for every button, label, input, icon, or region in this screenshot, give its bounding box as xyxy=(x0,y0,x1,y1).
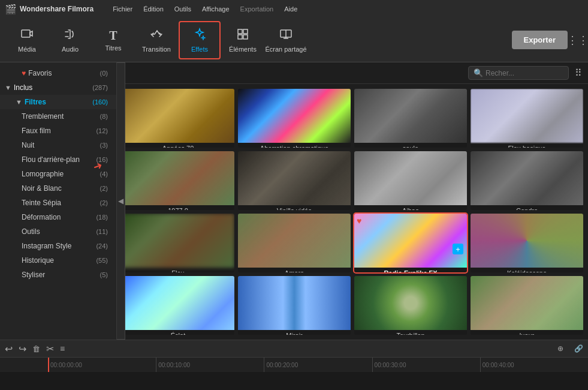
sidebar-item-flou-arriere[interactable]: Flou d'arrière-plan (16) xyxy=(0,152,116,167)
grid-label-vieillevideo: Vieille vidéo xyxy=(238,205,351,210)
sidebar-item-outils[interactable]: Outils (11) xyxy=(0,224,116,239)
sidebar-label-deformation: Déformation xyxy=(22,213,61,221)
sidebar-count-flou-arriere: (16) xyxy=(96,156,108,163)
lock-icon[interactable]: 🔗 xyxy=(574,344,583,353)
toolbar-icon-transition xyxy=(150,28,163,43)
toolbar-label-titres: Titres xyxy=(105,44,121,52)
grid-item-flou[interactable]: Flou xyxy=(122,214,234,272)
grid-label-annees70: Années 70 xyxy=(122,143,234,148)
grid-label-tourbillon: Tourbillon xyxy=(354,330,467,335)
grid-item-eclat[interactable]: Éclat xyxy=(122,276,234,335)
sidebar-item-inclus[interactable]: ▼ Inclus (287) xyxy=(0,80,116,95)
sidebar-collapse-button[interactable]: ◀ xyxy=(117,62,125,340)
menu-item-aide[interactable]: Aide xyxy=(279,4,302,14)
sidebar-count-tremblement: (8) xyxy=(100,113,108,120)
grid-item-lueur[interactable]: lueur xyxy=(471,276,583,335)
grid-item-amaro[interactable]: Amaro xyxy=(238,214,351,272)
sidebar: ♥ Favoris (0) ▼ Inclus (287) ▼ Filtres (… xyxy=(0,62,117,340)
grid-label-eclat: Éclat xyxy=(122,330,234,335)
sidebar-item-styliser[interactable]: Styliser (5) xyxy=(0,268,116,282)
sidebar-label-outils: Outils xyxy=(22,227,40,236)
sidebar-item-filtres[interactable]: ▼ Filtres (160) xyxy=(0,95,116,109)
cut-button[interactable]: ✂ xyxy=(46,343,54,355)
grid-item-cendre[interactable]: Cendre xyxy=(471,151,583,210)
toolbar-btn-ecran[interactable]: Écran partagé xyxy=(265,21,307,59)
thumbnail-1977 xyxy=(122,151,234,205)
svg-rect-4 xyxy=(243,35,248,39)
search-box[interactable]: 🔍 xyxy=(468,66,569,80)
menu-bar: FichierÉditionOutilsAffichageExportation… xyxy=(108,4,302,14)
content-area: 🔍 ⠿ Années 70 Aberration chromatique sau… xyxy=(117,62,588,340)
sidebar-item-favoris[interactable]: ♥ Favoris (0) xyxy=(0,66,116,80)
plus-icon-radio[interactable]: + xyxy=(453,244,463,254)
toolbar-btn-transition[interactable]: Transition xyxy=(135,21,177,59)
menu-item-edition[interactable]: Édition xyxy=(138,4,168,14)
thumbnail-floubasique xyxy=(471,89,583,143)
grid-item-radio[interactable]: ♥+ Radio Explike FX xyxy=(354,214,467,272)
sidebar-count-inclus: (287) xyxy=(92,84,108,91)
grid-label-kaledoscope: Kaléidoscope xyxy=(471,268,583,272)
toolbar-btn-media[interactable]: Média xyxy=(6,21,48,59)
grid-label-1977: 1977.0 xyxy=(122,205,234,210)
grid-item-saule[interactable]: saule xyxy=(354,89,467,148)
grid-item-tourbillon[interactable]: Tourbillon xyxy=(354,276,467,335)
toolbar: Média AudioT Titres Transition Effets Él… xyxy=(0,18,588,62)
sidebar-item-teinte-sepia[interactable]: Teinte Sépia (2) xyxy=(0,196,116,210)
toolbar-btn-elements[interactable]: Éléments xyxy=(222,21,264,59)
redo-button[interactable]: ↪ xyxy=(19,343,26,355)
ruler-mark-3: 00:00:30:00 xyxy=(372,358,480,372)
toolbar-label-elements: Éléments xyxy=(229,46,257,53)
search-input[interactable] xyxy=(486,69,563,77)
sidebar-label-faux-film: Faux film xyxy=(22,127,51,135)
settings-button[interactable]: ≡ xyxy=(60,344,65,353)
grid-item-miroir[interactable]: Miroir xyxy=(238,276,351,335)
menu-item-fichier[interactable]: Fichier xyxy=(108,4,137,14)
export-button[interactable]: Exporter xyxy=(512,31,568,49)
sidebar-item-deformation[interactable]: Déformation (18) xyxy=(0,210,116,224)
timeline-ruler: 00:00:00:00 00:00:10:00 00:00:20:00 00:0… xyxy=(0,358,588,372)
grid-label-saule: saule xyxy=(354,143,467,148)
toolbar-label-effets: Effets xyxy=(191,46,208,53)
sidebar-item-historique[interactable]: Historique (55) xyxy=(0,253,116,268)
sidebar-item-instagram[interactable]: Instagram Style (24) xyxy=(0,239,116,253)
sidebar-label-tremblement: Tremblement xyxy=(22,112,64,121)
grid-item-aberration[interactable]: Aberration chromatique xyxy=(238,89,351,148)
grid-item-vieillevideo[interactable]: Vieille vidéo xyxy=(238,151,351,210)
menu-item-exportation[interactable]: Exportation xyxy=(236,4,279,14)
grid-label-radio: Radio Explike FX xyxy=(354,268,467,272)
sidebar-item-faux-film[interactable]: Faux film (12) xyxy=(0,124,116,138)
thumbnail-annees70 xyxy=(122,89,234,143)
thumbnail-cendre xyxy=(471,151,583,205)
toolbar-btn-audio[interactable]: Audio xyxy=(49,21,91,59)
toolbar-btn-effets[interactable]: Effets xyxy=(179,21,221,59)
menu-item-affichage[interactable]: Affichage xyxy=(197,4,234,14)
sidebar-item-lomographie[interactable]: Lomographie (4) xyxy=(0,167,116,181)
toolbar-label-ecran: Écran partagé xyxy=(265,46,306,53)
grid-item-aibao[interactable]: Aibao xyxy=(354,151,467,210)
grid-item-floubasique[interactable]: Flou basique xyxy=(471,89,583,148)
grid-item-1977[interactable]: 1977.0 xyxy=(122,151,234,210)
grid-item-annees70[interactable]: Années 70 xyxy=(122,89,234,148)
grid-item-kaledoscope[interactable]: Kaléidoscope xyxy=(471,214,583,272)
sidebar-item-nuit[interactable]: Nuit (3) xyxy=(0,138,116,152)
sidebar-item-tremblement[interactable]: Tremblement (8) xyxy=(0,109,116,124)
sidebar-label-historique: Historique xyxy=(22,256,54,265)
grid-view-icon[interactable]: ⠿ xyxy=(575,67,582,79)
menu-item-outils[interactable]: Outils xyxy=(170,4,196,14)
sidebar-label-styliser: Styliser xyxy=(22,271,45,279)
sidebar-label-noir-blanc: Noir & Blanc xyxy=(22,184,62,193)
sidebar-item-noir-blanc[interactable]: Noir & Blanc (2) xyxy=(0,181,116,196)
sidebar-label-nuit: Nuit xyxy=(22,141,34,149)
app-name: Wondershare Filmora xyxy=(20,5,94,13)
toolbar-label-audio: Audio xyxy=(62,46,79,53)
svg-rect-2 xyxy=(243,29,248,34)
add-track-icon[interactable]: ⊕ xyxy=(557,344,563,353)
thumbnail-radio: ♥+ xyxy=(354,214,467,268)
undo-button[interactable]: ↩ xyxy=(5,343,13,355)
svg-rect-3 xyxy=(238,35,242,39)
toolbar-btn-titres[interactable]: T Titres xyxy=(92,21,134,59)
toolbar-icon-ecran xyxy=(279,28,293,43)
grid-view-toggle[interactable]: ⋮⋮ xyxy=(574,34,582,47)
heart-icon: ♥ xyxy=(22,69,26,77)
delete-button[interactable]: 🗑 xyxy=(32,344,40,353)
